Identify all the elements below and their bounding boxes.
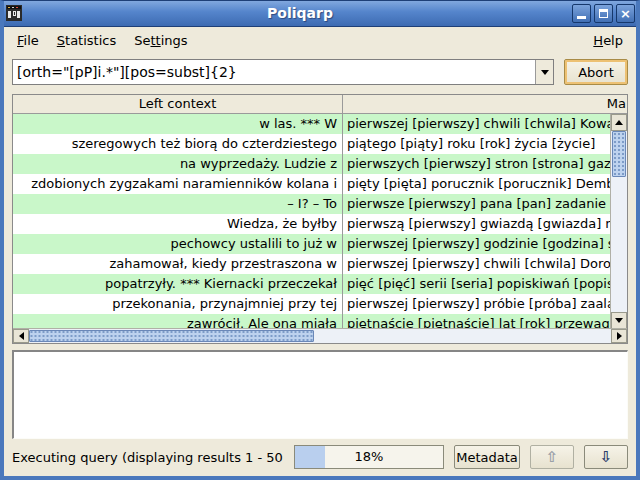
- arrow-up-icon: [615, 120, 623, 125]
- results-table: Left context Ma w las. *** Wpierwszej [p…: [12, 94, 628, 344]
- match-cell: pięć [pięć] serii [seria] popiskiwań [po…: [343, 274, 627, 294]
- left-context-cell: zahamował, kiedy przestraszona w: [13, 254, 343, 274]
- left-context-cell: pechowcy ustalili to już w: [13, 234, 343, 254]
- vertical-scrollbar[interactable]: [610, 114, 627, 329]
- horizontal-scrollbar[interactable]: [13, 328, 627, 343]
- table-row[interactable]: na wyprzedaży. Ludzie zpierwszych [pierw…: [13, 154, 627, 174]
- minimize-button[interactable]: [572, 4, 591, 23]
- left-context-cell: popatrzyły. *** Kiernacki przeczekał: [13, 274, 343, 294]
- abort-button[interactable]: Abort: [564, 59, 628, 85]
- status-message: Executing query (displaying results 1 - …: [12, 450, 284, 465]
- up-arrow-icon: ⇧: [546, 448, 559, 466]
- table-row[interactable]: – I? – Topierwsze [pierwszy] pana [pan] …: [13, 194, 627, 214]
- match-cell: piętnaście [piętnaście] lat [rok] przewa…: [343, 314, 627, 329]
- poliqarp-window: Poliqarp × File Statistics Settings Help…: [0, 0, 640, 480]
- window-title: Poliqarp: [28, 5, 572, 21]
- match-cell: pierwsze [pierwszy] pana [pan] zadanie […: [343, 194, 627, 214]
- query-row: Abort: [4, 54, 636, 89]
- match-cell: pierwszej [pierwszy] chwili [chwila] Dor…: [343, 254, 627, 274]
- table-row[interactable]: zawrócił. Ale ona miałapiętnaście [piętn…: [13, 314, 627, 329]
- match-cell: pierwszych [pierwszy] stron [strona] gaz…: [343, 154, 627, 174]
- scroll-left-button[interactable]: [13, 329, 29, 343]
- match-cell: piątego [piąty] roku [rok] życia [życie]: [343, 134, 627, 154]
- down-arrow-icon: ⇩: [600, 448, 613, 466]
- left-context-cell: Wiedza, że byłby: [13, 214, 343, 234]
- menubar: File Statistics Settings Help: [4, 27, 636, 54]
- menu-statistics[interactable]: Statistics: [48, 29, 125, 52]
- query-dropdown-button[interactable]: [535, 60, 553, 84]
- next-results-button[interactable]: ⇩: [584, 445, 628, 469]
- scroll-down-button[interactable]: [611, 312, 627, 329]
- wide-context-panel: [12, 350, 628, 439]
- match-cell: pierwszą [pierwszy] gwiazdą [gwiazda] mi…: [343, 214, 627, 234]
- statusbar: Executing query (displaying results 1 - …: [4, 439, 636, 471]
- previous-results-button[interactable]: ⇧: [530, 445, 574, 469]
- arrow-down-icon: [615, 318, 623, 323]
- left-context-cell: – I? – To: [13, 194, 343, 214]
- titlebar[interactable]: Poliqarp ×: [0, 0, 640, 27]
- column-header-match[interactable]: Ma: [343, 95, 627, 113]
- match-cell: pierwszej [pierwszy] próbie [próba] zaal…: [343, 294, 627, 314]
- left-context-cell: zdobionych zygzakami naramienników kolan…: [13, 174, 343, 194]
- table-row[interactable]: pechowcy ustalili to już wpierwszej [pie…: [13, 234, 627, 254]
- table-header: Left context Ma: [13, 95, 627, 114]
- column-header-left-context[interactable]: Left context: [13, 95, 343, 113]
- horizontal-scroll-thumb[interactable]: [29, 330, 314, 342]
- arrow-right-icon: [617, 332, 622, 340]
- menu-settings[interactable]: Settings: [125, 29, 196, 52]
- scroll-up-button[interactable]: [611, 114, 627, 131]
- match-cell: pierwszej [pierwszy] godzinie [godzina] …: [343, 234, 627, 254]
- left-context-cell: zawrócił. Ale ona miała: [13, 314, 343, 329]
- table-row[interactable]: szeregowych też biorą do czterdziestegop…: [13, 134, 627, 154]
- table-row[interactable]: Wiedza, że byłbypierwszą [pierwszy] gwia…: [13, 214, 627, 234]
- query-combobox: [12, 59, 554, 85]
- table-body: w las. *** Wpierwszej [pierwszy] chwili …: [13, 114, 627, 329]
- scroll-right-button[interactable]: [611, 329, 627, 343]
- minimize-icon: [577, 16, 586, 19]
- vertical-scroll-thumb[interactable]: [612, 131, 626, 177]
- left-context-cell: w las. *** W: [13, 114, 343, 134]
- maximize-icon: [599, 9, 608, 18]
- metadata-button[interactable]: Metadata: [454, 445, 520, 469]
- left-context-cell: na wyprzedaży. Ludzie z: [13, 154, 343, 174]
- progress-label: 18%: [295, 446, 443, 468]
- match-cell: pierwszej [pierwszy] chwili [chwila] Kow…: [343, 114, 627, 134]
- arrow-left-icon: [19, 332, 24, 340]
- table-row[interactable]: przekonania, przynajmniej przy tejpierws…: [13, 294, 627, 314]
- maximize-button[interactable]: [594, 4, 613, 23]
- left-context-cell: przekonania, przynajmniej przy tej: [13, 294, 343, 314]
- app-icon: [5, 4, 23, 22]
- menu-help[interactable]: Help: [584, 29, 632, 52]
- table-row[interactable]: zdobionych zygzakami naramienników kolan…: [13, 174, 627, 194]
- query-input[interactable]: [13, 60, 535, 84]
- chevron-down-icon: [541, 70, 549, 75]
- table-row[interactable]: zahamował, kiedy przestraszona wpierwsze…: [13, 254, 627, 274]
- table-row[interactable]: popatrzyły. *** Kiernacki przeczekałpięć…: [13, 274, 627, 294]
- menu-file[interactable]: File: [8, 29, 48, 52]
- close-icon: ×: [620, 7, 631, 20]
- close-button[interactable]: ×: [616, 4, 635, 23]
- left-context-cell: szeregowych też biorą do czterdziestego: [13, 134, 343, 154]
- match-cell: pięty [pięta] porucznik [porucznik] Demb…: [343, 174, 627, 194]
- progress-bar: 18%: [294, 445, 444, 469]
- table-row[interactable]: w las. *** Wpierwszej [pierwszy] chwili …: [13, 114, 627, 134]
